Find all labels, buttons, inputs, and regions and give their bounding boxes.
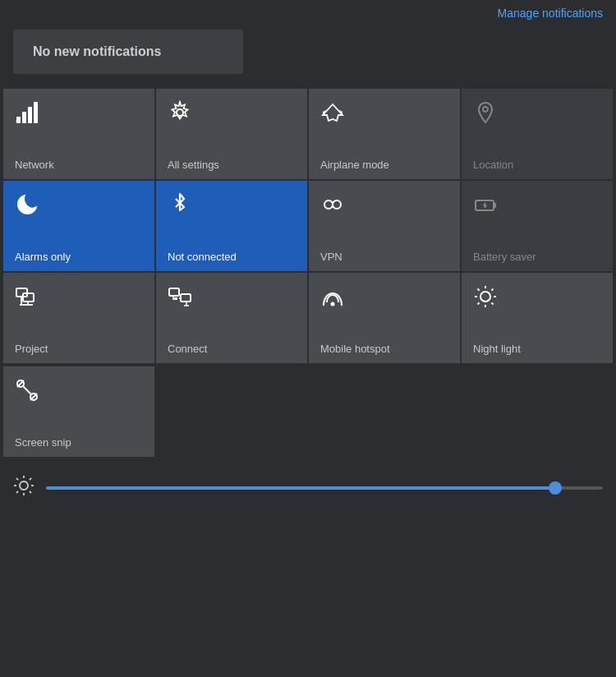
tile-project-label: Project [15,343,143,355]
tile-all-settings-label: All settings [168,159,296,171]
no-notifications-box: No new notifications [13,30,243,74]
tile-location[interactable]: Location [462,89,613,179]
tile-alarms-label: Alarms only [15,251,143,263]
svg-line-34 [478,289,480,291]
tile-night-light-label: Night light [473,343,601,355]
svg-line-36 [491,289,493,291]
svg-point-29 [480,292,490,302]
tile-vpn[interactable]: VPN [309,181,460,271]
svg-point-28 [331,302,335,306]
tile-network[interactable]: Network [3,89,154,179]
tile-connect-label: Connect [168,343,296,355]
tile-hotspot-label: Mobile hotspot [320,343,448,355]
network-icon [15,100,143,128]
no-notifications-text: No new notifications [33,44,161,58]
tile-project[interactable]: Project [3,273,154,363]
notification-area: No new notifications [0,23,616,87]
empty-cell-3 [462,366,613,457]
empty-cell-1 [156,366,307,457]
svg-rect-21 [169,288,179,296]
tile-vpn-label: VPN [320,251,448,263]
screen-snip-icon [15,378,143,406]
quick-actions-grid: Network All settings Airplane mode [2,87,614,365]
action-center-panel: Manage notifications No new notification… [0,0,616,677]
manage-notifications-link[interactable]: Manage notifications [498,7,603,20]
battery-icon [473,192,601,220]
empty-cell-2 [309,366,460,457]
tile-network-label: Network [15,159,143,171]
connect-icon [168,284,296,312]
moon-icon [15,192,143,220]
top-bar: Manage notifications [0,0,616,23]
svg-line-37 [478,302,480,304]
svg-rect-2 [28,107,32,123]
tile-screen-snip[interactable]: Screen snip [3,366,154,457]
airplane-icon [320,100,448,128]
bluetooth-icon [168,192,296,220]
settings-icon [168,100,296,128]
nightlight-icon [473,284,601,312]
tile-connect[interactable]: Connect [156,273,307,363]
hotspot-icon [320,284,448,312]
tile-airplane-label: Airplane mode [320,159,448,171]
svg-line-50 [30,478,31,480]
tile-battery-saver[interactable]: Battery saver [462,181,613,271]
brightness-row [0,460,616,516]
tile-airplane-mode[interactable]: Airplane mode [309,89,460,179]
svg-rect-22 [181,294,191,302]
svg-rect-1 [22,112,26,123]
quick-actions-bottom-row: Screen snip [2,365,614,457]
tile-all-settings[interactable]: All settings [156,89,307,179]
svg-line-49 [30,491,31,493]
brightness-slider-track[interactable] [46,486,603,490]
svg-rect-3 [34,102,38,123]
tile-screen-snip-label: Screen snip [15,436,143,449]
tile-bluetooth-label: Not connected [168,251,296,263]
svg-line-35 [491,302,493,304]
vpn-icon [320,192,448,220]
svg-line-48 [16,478,18,480]
tile-location-label: Location [473,159,601,171]
tile-alarms-only[interactable]: Alarms only [3,181,154,271]
tile-night-light[interactable]: Night light [462,273,613,363]
location-icon [473,100,601,128]
tile-bluetooth[interactable]: Not connected [156,181,307,271]
svg-line-40 [24,387,31,394]
svg-point-43 [20,481,28,490]
brightness-sun-icon [13,475,34,501]
tile-battery-label: Battery saver [473,251,601,263]
brightness-slider-thumb[interactable] [549,481,562,495]
project-icon [15,284,143,312]
svg-point-6 [483,107,488,112]
tile-mobile-hotspot[interactable]: Mobile hotspot [309,273,460,363]
svg-rect-23 [174,297,177,300]
svg-line-51 [16,491,18,493]
svg-rect-12 [494,203,496,208]
